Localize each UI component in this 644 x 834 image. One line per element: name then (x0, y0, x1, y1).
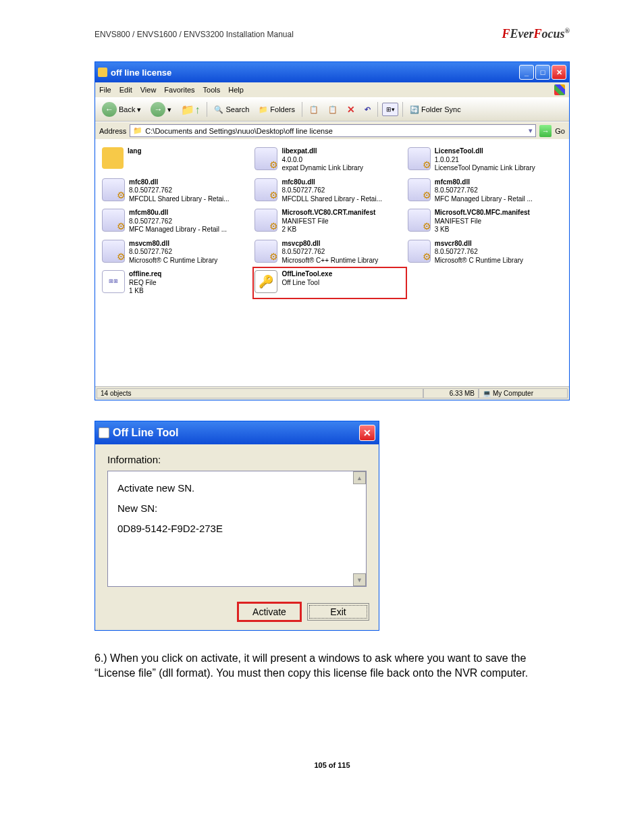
file-item[interactable]: mfc80.dll8.0.50727.762MFCDLL Shared Libr… (101, 176, 253, 207)
req-icon: ⊞⊞ (102, 270, 125, 293)
window-title: off line license (111, 68, 519, 78)
dialog-title: Off Line Tool (113, 427, 359, 439)
scroll-up-button[interactable]: ▲ (353, 471, 366, 484)
folder-icon (98, 68, 107, 77)
file-item[interactable]: msvcm80.dll8.0.50727.762Microsoft® C Run… (101, 237, 253, 268)
dll-icon (102, 209, 125, 232)
close-button[interactable]: ✕ (552, 65, 566, 80)
dll-icon (102, 240, 125, 263)
step-6-text: 6.) When you click on activate, it will … (95, 651, 570, 680)
exe-icon (254, 270, 277, 293)
info-line-2: New SN: (117, 498, 356, 519)
move-to-button[interactable]: 📋 (306, 104, 321, 115)
explorer-window: off line license _ □ ✕ File Edit View Fa… (95, 61, 570, 400)
page-number: 105 of 115 (95, 761, 570, 769)
info-line-sn: 0D89-5142-F9D2-273E (117, 519, 356, 539)
address-input[interactable]: 📁 C:\Documents and Settings\nuuo\Desktop… (130, 124, 536, 137)
minimize-button[interactable]: _ (519, 65, 534, 80)
dll-icon (408, 178, 431, 201)
menu-view[interactable]: View (140, 86, 157, 94)
folder-sync-button[interactable]: 🔄 Folder Sync (407, 104, 464, 115)
file-item[interactable]: Microsoft.VC80.CRT.manifestMANIFEST File… (253, 206, 406, 237)
delete-button[interactable]: ✕ (344, 103, 358, 116)
file-item[interactable]: mfcm80u.dll8.0.50727.762MFC Managed Libr… (101, 206, 253, 237)
file-item[interactable]: mfcm80.dll8.0.50727.762MFC Managed Libra… (406, 176, 559, 207)
menu-help[interactable]: Help (228, 86, 244, 94)
dll-icon (408, 209, 431, 232)
file-item[interactable]: OffLineTool.exeOff Line Tool (253, 267, 406, 298)
folder-icon (102, 147, 124, 169)
status-size: 6.33 MB (423, 388, 479, 398)
dll-icon (254, 209, 277, 232)
file-item[interactable]: msvcp80.dll8.0.50727.762Microsoft® C++ R… (253, 237, 406, 268)
menu-edit[interactable]: Edit (119, 86, 132, 94)
brand-logo: FEverEverFocus® (502, 27, 570, 41)
status-location: 💻 My Computer (479, 388, 568, 398)
dll-icon (408, 147, 431, 170)
doc-header: ENVS800 / ENVS1600 / ENVS3200 Installati… (95, 30, 294, 39)
app-icon (99, 427, 109, 438)
offline-tool-dialog: Off Line Tool ✕ Information: ▲ Activate … (95, 421, 379, 631)
dll-icon (254, 147, 277, 170)
information-label: Information: (107, 454, 367, 465)
windows-flag-icon (554, 84, 565, 95)
menu-tools[interactable]: Tools (203, 86, 221, 94)
up-folder-button[interactable]: 📁↑ (178, 102, 203, 118)
views-button[interactable]: ⊞▾ (382, 103, 398, 116)
dll-icon (254, 240, 277, 263)
menu-file[interactable]: File (99, 86, 111, 94)
information-box: ▲ Activate new SN. New SN: 0D89-5142-F9D… (107, 471, 367, 587)
activate-button[interactable]: Activate (238, 603, 300, 621)
status-objects: 14 objects (97, 388, 423, 398)
copy-to-button[interactable]: 📋 (325, 104, 340, 115)
file-item[interactable]: LicenseTool.dll1.0.0.21LicenseTool Dynam… (406, 145, 559, 176)
dll-icon (254, 178, 277, 201)
scroll-down-button[interactable]: ▼ (353, 573, 366, 586)
file-item[interactable]: Microsoft.VC80.MFC.manifestMANIFEST File… (406, 206, 559, 237)
forward-button[interactable]: → ▾ (148, 101, 174, 118)
exit-button[interactable]: Exit (307, 603, 369, 621)
file-item[interactable]: ⊞⊞offline.reqREQ File1 KB (101, 267, 253, 298)
menu-favorites[interactable]: Favorites (164, 86, 194, 94)
go-button[interactable]: → (539, 125, 552, 137)
info-line-1: Activate new SN. (117, 478, 356, 498)
folders-button[interactable]: 📁Folders (256, 104, 298, 115)
dll-icon (408, 240, 431, 263)
dialog-close-button[interactable]: ✕ (359, 425, 375, 441)
address-label: Address (99, 127, 126, 135)
file-item[interactable]: msvcr80.dll8.0.50727.762Microsoft® C Run… (406, 237, 559, 268)
file-item[interactable]: lang (101, 145, 253, 176)
menu-bar: File Edit View Favorites Tools Help (95, 82, 569, 97)
file-item[interactable]: mfc80u.dll8.0.50727.762MFCDLL Shared Lib… (253, 176, 406, 207)
maximize-button[interactable]: □ (535, 65, 550, 80)
file-item[interactable]: libexpat.dll4.0.0.0expat Dynamic Link Li… (253, 145, 406, 176)
undo-button[interactable]: ↶ (362, 104, 373, 115)
dll-icon (102, 178, 125, 201)
back-button[interactable]: ←Back ▾ (99, 101, 144, 118)
file-list: langlibexpat.dll4.0.0.0expat Dynamic Lin… (95, 139, 569, 386)
search-button[interactable]: 🔍Search (211, 104, 252, 115)
